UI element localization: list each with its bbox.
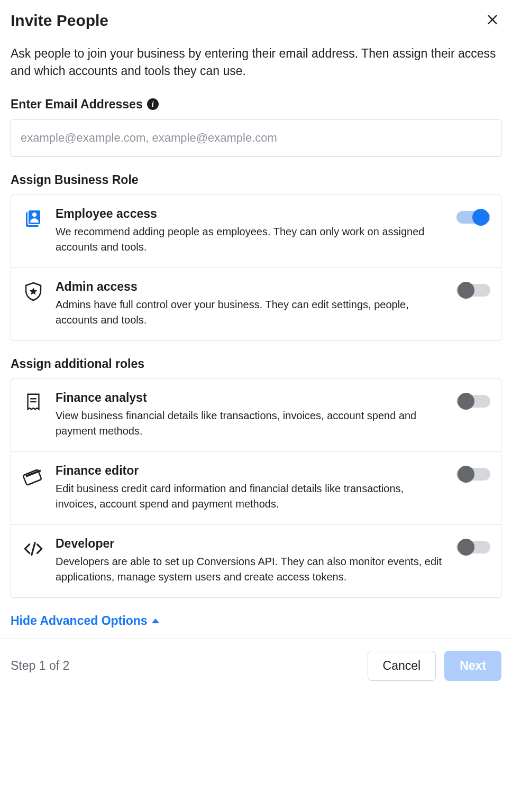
toggle-admin-access[interactable] xyxy=(456,281,490,300)
email-label-text: Enter Email Addresses xyxy=(11,97,143,112)
toggle-developer[interactable] xyxy=(456,538,490,557)
role-title: Employee access xyxy=(56,207,446,221)
cancel-button[interactable]: Cancel xyxy=(368,651,436,681)
modal-footer: Step 1 of 2 Cancel Next xyxy=(0,639,512,696)
modal-header: Invite People xyxy=(11,11,501,30)
svg-point-4 xyxy=(32,213,36,217)
toggle-employee-access[interactable] xyxy=(456,208,490,227)
next-button[interactable]: Next xyxy=(444,651,501,681)
role-finance-analyst: Finance analyst View business financial … xyxy=(11,379,501,451)
receipt-icon xyxy=(22,391,45,412)
info-icon[interactable]: i xyxy=(147,98,159,110)
hide-advanced-options-link[interactable]: Hide Advanced Options xyxy=(11,614,159,628)
role-developer: Developer Developers are able to set up … xyxy=(11,524,501,597)
employee-icon xyxy=(22,207,45,229)
email-section-label: Enter Email Addresses i xyxy=(11,97,501,112)
role-desc: View business financial details like tra… xyxy=(56,408,446,439)
role-employee-access: Employee access We recommend adding peop… xyxy=(11,195,501,267)
role-desc: We recommend adding people as employees.… xyxy=(56,224,446,255)
role-desc: Developers are able to set up Conversion… xyxy=(56,554,446,585)
caret-up-icon xyxy=(152,619,159,623)
role-finance-editor: Finance editor Edit business credit card… xyxy=(11,451,501,524)
close-button[interactable] xyxy=(483,11,501,30)
step-indicator: Step 1 of 2 xyxy=(11,659,69,673)
code-icon xyxy=(22,537,45,560)
business-role-panel: Employee access We recommend adding peop… xyxy=(11,195,501,341)
role-title: Developer xyxy=(56,537,446,551)
modal-title: Invite People xyxy=(11,12,108,30)
close-icon xyxy=(486,20,499,28)
admin-shield-icon xyxy=(22,280,45,302)
additional-roles-label: Assign additional roles xyxy=(11,357,501,371)
role-title: Admin access xyxy=(56,280,446,294)
role-admin-access: Admin access Admins have full control ov… xyxy=(11,267,501,340)
email-input[interactable] xyxy=(11,119,501,157)
svg-line-9 xyxy=(32,542,35,555)
modal-description: Ask people to join your business by ente… xyxy=(11,45,501,80)
toggle-finance-analyst[interactable] xyxy=(456,392,490,411)
role-desc: Edit business credit card information an… xyxy=(56,481,446,512)
role-desc: Admins have full control over your busin… xyxy=(56,297,446,328)
business-role-label: Assign Business Role xyxy=(11,173,501,187)
invite-people-modal: Invite People Ask people to join your bu… xyxy=(0,0,512,639)
role-title: Finance editor xyxy=(56,464,446,478)
toggle-finance-editor[interactable] xyxy=(456,465,490,484)
additional-roles-panel: Finance analyst View business financial … xyxy=(11,379,501,598)
role-title: Finance analyst xyxy=(56,391,446,405)
credit-card-icon xyxy=(22,464,45,486)
advanced-link-text: Hide Advanced Options xyxy=(11,614,148,628)
